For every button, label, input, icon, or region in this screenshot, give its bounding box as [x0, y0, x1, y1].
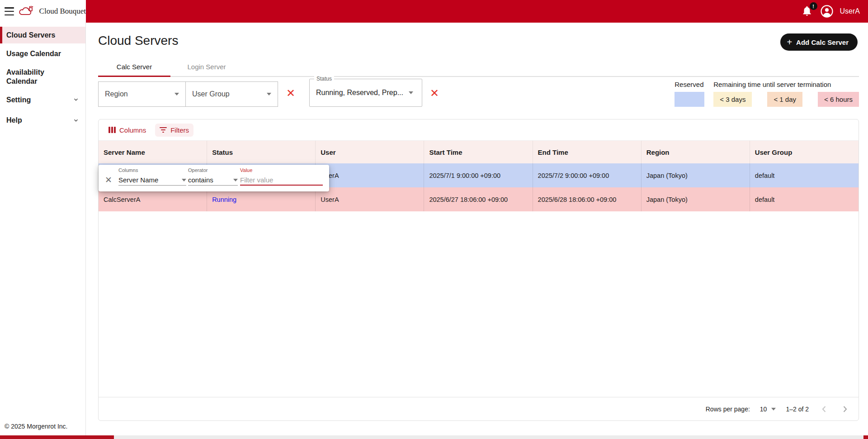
server-type-tabs: Calc Server Login Server	[98, 57, 859, 77]
sidebar-item-label: Availability Calendar	[6, 68, 65, 85]
pagination-range-label: 1–2 of 2	[786, 406, 809, 413]
legend-swatch-3-days: < 3 days	[713, 92, 752, 107]
filter-value-input[interactable]	[240, 175, 323, 186]
cell-start-time: 2025/6/27 18:06:00 +09:00	[424, 187, 533, 211]
next-page-icon[interactable]	[840, 404, 850, 415]
reserved-legend-label: Reserved	[675, 81, 704, 88]
status-select-value: Running, Reserved, Prep...	[316, 89, 403, 97]
previous-page-icon[interactable]	[819, 404, 830, 415]
filter-operator-select[interactable]: contains	[188, 175, 238, 186]
top-bar-actions: ! UserA	[86, 0, 868, 23]
status-select-label: Status	[314, 76, 334, 82]
clear-status-button[interactable]: ✕	[430, 88, 439, 99]
region-select-value: Region	[105, 90, 128, 98]
chevron-down-icon	[233, 179, 238, 181]
brand-area: Cloud Bouquet	[0, 0, 86, 23]
tab-calc-server[interactable]: Calc Server	[98, 57, 170, 76]
rows-per-page-value: 10	[760, 406, 767, 413]
filters-button-label: Filters	[170, 126, 189, 134]
column-header-user-group[interactable]: User Group	[750, 141, 859, 163]
sidebar-item-label: Cloud Servers	[6, 31, 55, 39]
filter-columns-label: Columns	[118, 167, 186, 173]
brand-name: Cloud Bouquet	[39, 7, 86, 16]
sidebar-item-setting[interactable]: Setting	[0, 91, 85, 108]
notification-badge: !	[810, 2, 817, 10]
sidebar-item-label: Setting	[6, 95, 31, 104]
chevron-down-icon	[175, 93, 179, 95]
column-header-end-time[interactable]: End Time	[533, 141, 642, 163]
cell-region: Japan (Tokyo)	[642, 187, 750, 211]
reserved-swatch	[675, 92, 704, 107]
plus-icon: +	[787, 37, 792, 48]
copyright-text: © 2025 Morgenrot Inc.	[5, 423, 68, 430]
sidebar-item-cloud-servers[interactable]: Cloud Servers	[0, 27, 85, 43]
status-select[interactable]: Status Running, Reserved, Prep...	[309, 79, 422, 107]
columns-icon	[108, 127, 116, 133]
filter-icon	[160, 127, 167, 133]
user-group-select[interactable]: User Group	[186, 81, 278, 107]
chevron-down-icon	[409, 91, 413, 94]
sidebar-item-label: Usage Calendar	[6, 49, 61, 58]
column-header-server-name[interactable]: Server Name	[99, 141, 207, 163]
filter-operator-label: Operator	[188, 167, 238, 173]
filter-operator-select-value: contains	[188, 176, 213, 184]
chevron-down-icon	[73, 96, 79, 103]
sidebar-item-help[interactable]: Help	[0, 112, 85, 129]
table-toolbar: Columns Filters	[99, 119, 859, 140]
sidebar: Cloud Servers Usage Calendar Availabilit…	[0, 23, 86, 439]
region-select[interactable]: Region	[98, 81, 186, 107]
column-header-status[interactable]: Status	[207, 141, 316, 163]
cell-user-group: default	[750, 187, 859, 211]
color-legend: Reserved Remaining time until server ter…	[675, 81, 859, 107]
columns-button[interactable]: Columns	[104, 124, 151, 137]
page-title: Cloud Servers	[98, 33, 178, 48]
cell-end-time: 2025/7/2 9:00:00 +09:00	[533, 163, 642, 187]
cell-region: Japan (Tokyo)	[642, 163, 750, 187]
rows-per-page-label: Rows per page:	[706, 406, 750, 413]
close-icon[interactable]: ✕	[105, 176, 112, 184]
cell-user: UserA	[316, 163, 424, 187]
column-header-region[interactable]: Region	[642, 141, 750, 163]
bottom-scroll-strip[interactable]	[0, 435, 868, 439]
cell-user: UserA	[316, 187, 424, 211]
filter-row: Region User Group ✕ Status Running, Rese…	[98, 79, 859, 110]
cell-end-time: 2025/6/28 18:06:00 +09:00	[533, 187, 642, 211]
sidebar-item-label: Help	[6, 116, 22, 124]
user-name[interactable]: UserA	[840, 7, 860, 15]
filter-panel: ✕ Columns Server Name Operator contains …	[99, 165, 329, 191]
filter-column-select-value: Server Name	[118, 176, 158, 184]
column-header-start-time[interactable]: Start Time	[424, 141, 533, 163]
filter-column-select[interactable]: Server Name	[118, 175, 186, 186]
chevron-down-icon	[771, 408, 776, 410]
clear-region-usergroup-button[interactable]: ✕	[286, 88, 295, 99]
column-header-user[interactable]: User	[316, 141, 424, 163]
add-calc-server-label: Add Calc Server	[796, 38, 849, 46]
columns-button-label: Columns	[119, 126, 146, 134]
cell-user-group: default	[750, 163, 859, 187]
filter-value-label: Value	[240, 167, 323, 173]
main-content: Cloud Servers + Add Calc Server Calc Ser…	[86, 23, 868, 439]
filters-button[interactable]: Filters	[155, 124, 193, 137]
legend-swatch-1-day: < 1 day	[767, 92, 802, 107]
menu-icon[interactable]	[5, 7, 14, 15]
remaining-time-legend-label: Remaining time until server termination	[713, 81, 859, 88]
user-group-select-value: User Group	[192, 90, 230, 98]
bottom-strip-left	[0, 435, 114, 439]
user-avatar-icon[interactable]	[820, 5, 834, 18]
notifications-button[interactable]: !	[801, 5, 814, 18]
sidebar-item-usage-calendar[interactable]: Usage Calendar	[0, 45, 85, 62]
add-calc-server-button[interactable]: + Add Calc Server	[780, 33, 858, 51]
chevron-down-icon	[267, 93, 271, 95]
table-empty-area	[99, 211, 859, 397]
pagination-bar: Rows per page: 10 1–2 of 2	[99, 397, 859, 420]
chevron-down-icon	[73, 117, 79, 124]
legend-swatch-6-hours: < 6 hours	[818, 92, 859, 107]
rows-per-page-select[interactable]: 10	[760, 406, 776, 413]
server-table-card: Columns Filters Server Name Status User …	[98, 119, 859, 421]
top-bar: Cloud Bouquet ! UserA	[0, 0, 868, 23]
chevron-down-icon	[182, 179, 186, 181]
tab-login-server[interactable]: Login Server	[170, 57, 243, 76]
cell-start-time: 2025/7/1 9:00:00 +09:00	[424, 163, 533, 187]
sidebar-item-availability-calendar[interactable]: Availability Calendar	[0, 64, 85, 89]
table-header-row: Server Name Status User Start Time End T…	[99, 140, 859, 163]
